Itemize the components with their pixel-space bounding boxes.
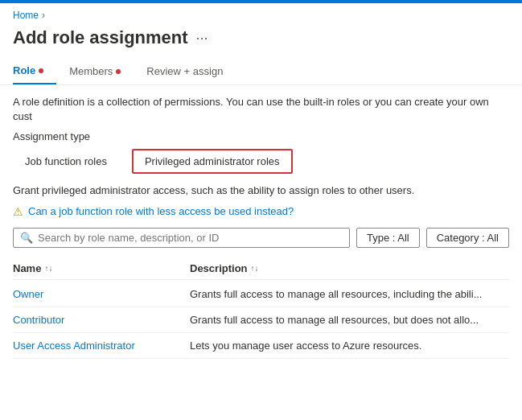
content-area: A role definition is a collection of per… xyxy=(0,85,522,369)
table-row: User Access Administrator Lets you manag… xyxy=(13,333,509,359)
role-type-buttons: Job function roles Privileged administra… xyxy=(13,149,509,174)
tab-review[interactable]: Review + assign xyxy=(146,58,236,84)
tab-role[interactable]: Role xyxy=(13,58,56,84)
category-filter-button[interactable]: Category : All xyxy=(426,228,509,248)
page-title: Add role assignment xyxy=(13,27,188,48)
grant-text: Grant privileged administrator access, s… xyxy=(13,183,509,198)
user-access-admin-role-link[interactable]: User Access Administrator xyxy=(13,340,190,352)
tab-review-label: Review + assign xyxy=(146,65,223,77)
tab-members-label: Members xyxy=(69,65,113,77)
tabs-bar: Role Members Review + assign xyxy=(0,58,522,85)
type-filter-button[interactable]: Type : All xyxy=(356,228,420,248)
description-column-header: Description ↑↓ xyxy=(190,262,509,274)
breadcrumb-separator: › xyxy=(42,10,45,21)
warning-icon: ⚠ xyxy=(13,205,23,218)
tab-role-dot xyxy=(39,68,43,73)
user-access-admin-role-description: Lets you manage user access to Azure res… xyxy=(190,340,509,352)
warning-link[interactable]: Can a job function role with less access… xyxy=(28,205,294,217)
job-function-roles-button[interactable]: Job function roles xyxy=(13,150,119,173)
description-text: A role definition is a collection of per… xyxy=(13,95,509,124)
breadcrumb-home[interactable]: Home xyxy=(13,10,39,21)
contributor-role-description: Grants full access to manage all resourc… xyxy=(190,314,509,326)
owner-role-description: Grants full access to manage all resourc… xyxy=(190,288,509,300)
warning-row: ⚠ Can a job function role with less acce… xyxy=(13,205,509,218)
description-header-label: Description xyxy=(190,262,248,274)
contributor-role-link[interactable]: Contributor xyxy=(13,314,190,326)
search-icon: 🔍 xyxy=(20,232,33,244)
name-header-label: Name xyxy=(13,262,41,274)
ellipsis-menu-icon[interactable]: ··· xyxy=(196,30,208,47)
owner-role-link[interactable]: Owner xyxy=(13,288,190,300)
name-sort-icon[interactable]: ↑↓ xyxy=(44,264,52,273)
table-row: Owner Grants full access to manage all r… xyxy=(13,282,509,307)
tab-role-label: Role xyxy=(13,64,35,76)
page-header: Add role assignment ··· xyxy=(0,24,522,58)
name-column-header: Name ↑↓ xyxy=(13,262,190,274)
table-header: Name ↑↓ Description ↑↓ xyxy=(13,257,509,280)
assignment-type-label: Assignment type xyxy=(13,130,509,142)
tab-members-dot xyxy=(116,69,121,74)
privileged-admin-roles-button[interactable]: Privileged administrator roles xyxy=(132,149,293,174)
search-filter-row: 🔍 Type : All Category : All xyxy=(13,228,509,248)
search-box: 🔍 xyxy=(13,228,350,248)
table-row: Contributor Grants full access to manage… xyxy=(13,307,509,333)
search-input[interactable] xyxy=(38,232,343,244)
description-sort-icon[interactable]: ↑↓ xyxy=(251,264,259,273)
tab-members[interactable]: Members xyxy=(69,58,134,84)
breadcrumb: Home › xyxy=(0,3,522,24)
